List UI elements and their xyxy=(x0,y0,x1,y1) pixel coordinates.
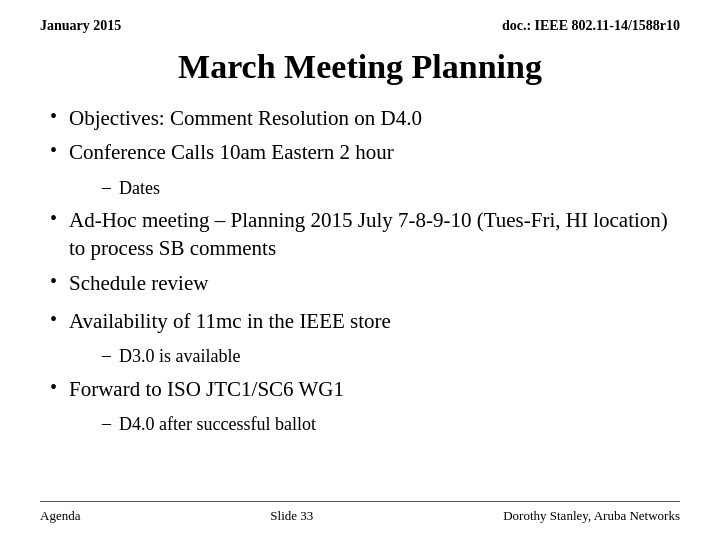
footer-author: Dorothy Stanley, Aruba Networks xyxy=(503,508,680,524)
sub-list-item: – Dates xyxy=(102,177,680,200)
slide-content: • Objectives: Comment Resolution on D4.0… xyxy=(40,104,680,495)
list-item: • Availability of 11mc in the IEEE store xyxy=(50,307,680,335)
slide: January 2015 doc.: IEEE 802.11-14/1588r1… xyxy=(0,0,720,540)
bullet-text: Schedule review xyxy=(69,269,208,297)
list-item: • Schedule review xyxy=(50,269,680,297)
bullet-text: Ad-Hoc meeting – Planning 2015 July 7-8-… xyxy=(69,206,680,263)
bullet-icon: • xyxy=(50,139,57,162)
sub-list-item: – D3.0 is available xyxy=(102,345,680,368)
bullet-icon: • xyxy=(50,207,57,230)
slide-title: March Meeting Planning xyxy=(40,48,680,86)
sub-text: Dates xyxy=(119,177,160,200)
list-item: • Objectives: Comment Resolution on D4.0 xyxy=(50,104,680,132)
sub-text: D4.0 after successful ballot xyxy=(119,413,316,436)
footer-slide-number: Slide 33 xyxy=(270,508,313,524)
footer-label: Agenda xyxy=(40,508,80,524)
dash-icon: – xyxy=(102,177,111,198)
bullet-icon: • xyxy=(50,308,57,331)
bullet-icon: • xyxy=(50,105,57,128)
dash-icon: – xyxy=(102,413,111,434)
header-date: January 2015 xyxy=(40,18,121,34)
sub-text: D3.0 is available xyxy=(119,345,240,368)
bullet-text: Objectives: Comment Resolution on D4.0 xyxy=(69,104,422,132)
list-item: • Conference Calls 10am Eastern 2 hour xyxy=(50,138,680,166)
bullet-icon: • xyxy=(50,376,57,399)
bullet-icon: • xyxy=(50,270,57,293)
bullet-text: Availability of 11mc in the IEEE store xyxy=(69,307,391,335)
bullet-text: Conference Calls 10am Eastern 2 hour xyxy=(69,138,394,166)
slide-header: January 2015 doc.: IEEE 802.11-14/1588r1… xyxy=(40,18,680,34)
list-item: • Forward to ISO JTC1/SC6 WG1 xyxy=(50,375,680,403)
dash-icon: – xyxy=(102,345,111,366)
sub-list-item: – D4.0 after successful ballot xyxy=(102,413,680,436)
list-item: • Ad-Hoc meeting – Planning 2015 July 7-… xyxy=(50,206,680,263)
header-doc: doc.: IEEE 802.11-14/1588r10 xyxy=(502,18,680,34)
bullet-text: Forward to ISO JTC1/SC6 WG1 xyxy=(69,375,344,403)
slide-footer: Agenda Slide 33 Dorothy Stanley, Aruba N… xyxy=(40,501,680,524)
